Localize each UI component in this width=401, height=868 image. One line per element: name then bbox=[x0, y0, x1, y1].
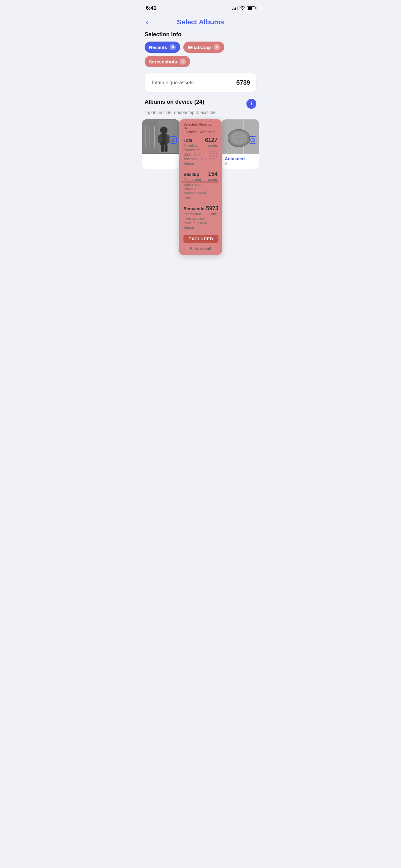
albums-grid-container: Selected: Recents (All) Excluded: WhatsA… bbox=[140, 119, 261, 169]
header: ‹ Select Albums bbox=[140, 15, 261, 31]
page-title: Select Albums bbox=[177, 18, 224, 26]
tag-screenshots-label: Screenshots bbox=[149, 59, 177, 64]
popup-row-remainder: Remainder 5973 Photos that have not been… bbox=[183, 205, 218, 230]
popup-total-num: 6127 bbox=[205, 137, 218, 144]
battery-icon bbox=[247, 6, 255, 10]
tag-whatsapp[interactable]: WhatsApp ✕ bbox=[183, 41, 224, 53]
albums-grid: Selected: Recents (All) Excluded: WhatsA… bbox=[140, 119, 261, 169]
albums-header: Albums on device (24) i bbox=[144, 99, 257, 109]
album-animated-icon bbox=[249, 136, 257, 144]
album-card-screenshots[interactable]: Selected: Recents (All) Excluded: WhatsA… bbox=[182, 119, 219, 169]
album-animated-name: Animated bbox=[225, 156, 256, 161]
popup-header: Selected: Recents (All) Excluded: WhatsA… bbox=[183, 122, 218, 134]
wifi-icon bbox=[239, 6, 245, 11]
svg-rect-11 bbox=[171, 139, 175, 142]
album-thumb-1 bbox=[142, 119, 179, 154]
svg-rect-9 bbox=[161, 145, 164, 152]
excluded-badge-container: EXCLUDED bbox=[183, 233, 218, 245]
selection-info-section: Selection Info Recents ✕ WhatsApp ✕ Scre… bbox=[144, 31, 257, 67]
album-info-popup: Selected: Recents (All) Excluded: WhatsA… bbox=[179, 119, 222, 255]
album-1-icon bbox=[169, 136, 177, 144]
album-card-1[interactable] bbox=[142, 119, 179, 169]
popup-total-title: Total bbox=[183, 138, 193, 143]
albums-title: Albums on device (24) bbox=[144, 99, 204, 105]
popup-divider-1 bbox=[183, 169, 218, 169]
popup-total-desc: All unique photos and videos from select… bbox=[183, 144, 207, 165]
tags-row: Recents ✕ WhatsApp ✕ Screenshots ✕ bbox=[144, 41, 257, 67]
tag-whatsapp-label: WhatsApp bbox=[188, 45, 211, 50]
back-button[interactable]: ‹ bbox=[146, 18, 148, 26]
album-animated-footer: Animated 6 bbox=[222, 154, 259, 169]
status-time: 6:41 bbox=[146, 5, 157, 11]
popup-remainder-title: Remainder bbox=[183, 206, 206, 211]
tag-recents[interactable]: Recents ✕ bbox=[144, 41, 180, 53]
main-content: Selection Info Recents ✕ WhatsApp ✕ Scre… bbox=[140, 31, 261, 115]
excluded-badge: EXCLUDED bbox=[183, 235, 218, 243]
album-thumb-animated bbox=[222, 119, 259, 154]
svg-rect-7 bbox=[158, 135, 162, 143]
popup-total-unit: assets bbox=[208, 144, 218, 165]
svg-rect-8 bbox=[166, 135, 170, 143]
total-assets-box: Total unique assets 5739 bbox=[144, 73, 257, 92]
popup-remainder-unit: assets bbox=[208, 212, 218, 230]
popup-remainder-num: 5973 bbox=[206, 205, 219, 212]
popup-backup-num: 154 bbox=[208, 171, 218, 178]
tag-screenshots-close[interactable]: ✕ bbox=[179, 58, 186, 65]
tag-recents-close[interactable]: ✕ bbox=[170, 44, 176, 50]
svg-point-26 bbox=[252, 140, 253, 141]
album-animated-count: 6 bbox=[225, 161, 256, 165]
svg-point-12 bbox=[172, 140, 174, 141]
albums-header-text: Albums on device (24) bbox=[144, 99, 204, 105]
total-assets-value: 5739 bbox=[236, 79, 250, 86]
popup-excluded-label: Excluded: WhatsApp bbox=[183, 130, 218, 134]
popup-backup-desc: Photos and videos from selected albums t… bbox=[183, 178, 207, 200]
svg-rect-25 bbox=[251, 139, 255, 142]
backup-off-label: Back up is off bbox=[183, 247, 218, 251]
status-bar: 6:41 bbox=[140, 0, 261, 15]
tag-recents-label: Recents bbox=[149, 45, 167, 50]
info-button[interactable]: i bbox=[246, 99, 257, 109]
popup-row-total: Total 6127 All unique photos and videos … bbox=[183, 137, 218, 165]
tag-screenshots[interactable]: Screenshots ✕ bbox=[144, 56, 190, 67]
popup-remainder-desc: Photos that have not been backed up from… bbox=[183, 212, 207, 230]
svg-rect-10 bbox=[165, 145, 168, 152]
svg-point-5 bbox=[160, 127, 168, 134]
status-icons bbox=[232, 6, 255, 11]
popup-selected-label: Selected: Recents (All) bbox=[183, 122, 218, 130]
popup-divider-2 bbox=[183, 203, 218, 204]
tag-whatsapp-close[interactable]: ✕ bbox=[213, 44, 220, 50]
popup-backup-unit: assets bbox=[208, 178, 218, 200]
album-card-animated[interactable]: Animated 6 bbox=[222, 119, 259, 169]
total-assets-label: Total unique assets bbox=[151, 80, 194, 86]
signal-icon bbox=[232, 6, 238, 10]
albums-section: Albums on device (24) i Tap to include, … bbox=[144, 99, 257, 115]
albums-subtitle: Tap to include, double tap to exclude bbox=[144, 110, 257, 115]
album-1-footer bbox=[142, 154, 179, 159]
popup-row-backup: Backup 154 Photos and videos from select… bbox=[183, 171, 218, 200]
selection-info-label: Selection Info bbox=[144, 31, 257, 38]
popup-backup-title: Backup bbox=[183, 172, 199, 177]
